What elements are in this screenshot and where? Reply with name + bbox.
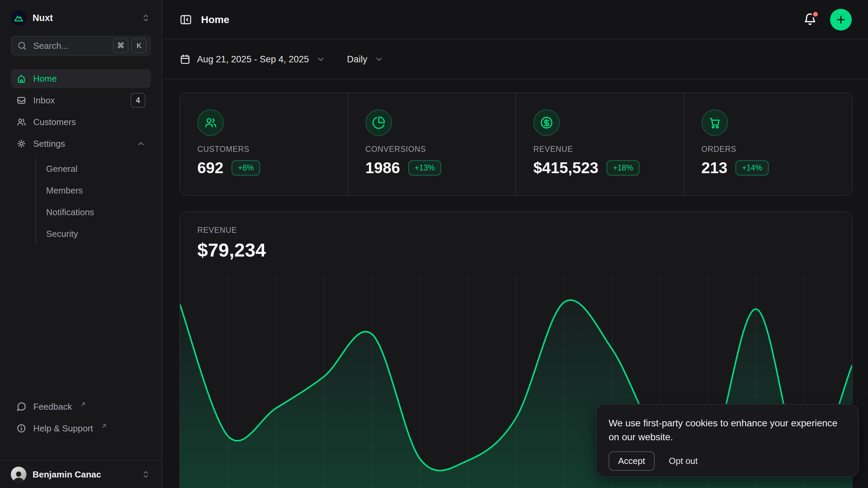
- kbd-k: K: [131, 38, 147, 53]
- notifications-button[interactable]: [803, 12, 817, 27]
- granularity-select[interactable]: Daily: [347, 54, 383, 65]
- stat-label: REVENUE: [533, 145, 684, 154]
- pie-chart-icon: [372, 116, 386, 129]
- page-header: Home: [163, 0, 868, 40]
- stat-label: CONVERSIONS: [366, 145, 516, 154]
- sidebar-item-members[interactable]: Members: [46, 180, 140, 201]
- app-root: Nuxt Search... ⌘ K Home: [0, 0, 868, 488]
- sidebar-footer: Feedback Help & Support: [11, 397, 151, 438]
- granularity-label: Daily: [347, 54, 367, 65]
- sidebar-item-help-support[interactable]: Help & Support: [11, 419, 151, 438]
- kbd-meta: ⌘: [113, 38, 129, 53]
- calendar-icon: [179, 54, 191, 65]
- users-icon: [204, 116, 217, 129]
- page-title: Home: [201, 14, 229, 25]
- stat-delta-badge: +6%: [232, 160, 260, 176]
- notification-dot: [812, 11, 819, 18]
- opt-out-button[interactable]: Opt out: [669, 456, 698, 466]
- sidebar-item-label: Help & Support: [33, 423, 93, 434]
- sidebar-item-customers[interactable]: Customers: [11, 113, 151, 131]
- chevron-down-icon: [375, 55, 383, 64]
- sidebar-item-label: Settings: [33, 139, 130, 149]
- stat-orders: ORDERS 213 +14%: [684, 93, 852, 195]
- stat-revenue: REVENUE $415,523 +18%: [516, 93, 684, 195]
- users-icon: [16, 117, 26, 127]
- add-button[interactable]: [830, 9, 852, 30]
- stat-value: 692: [197, 159, 223, 177]
- selector-icon: [141, 13, 151, 23]
- search-placeholder: Search...: [33, 41, 107, 51]
- inbox-count-badge: 4: [131, 93, 145, 108]
- revenue-panel-label: REVENUE: [197, 226, 852, 235]
- sidebar-item-settings[interactable]: Settings: [11, 134, 151, 153]
- stat-conversions: CONVERSIONS 1986 +13%: [348, 93, 516, 195]
- stat-value: $415,523: [533, 159, 598, 177]
- selector-icon: [141, 469, 151, 480]
- gear-icon: [16, 139, 26, 149]
- accept-button[interactable]: Accept: [609, 451, 655, 471]
- sidebar-item-label: Customers: [33, 117, 145, 127]
- filters-toolbar: Aug 21, 2025 - Sep 4, 2025 Daily: [163, 40, 868, 80]
- stat-customers: CUSTOMERS 692 +6%: [180, 93, 348, 195]
- home-icon: [16, 74, 26, 84]
- collapse-sidebar-icon[interactable]: [179, 13, 192, 26]
- sidebar: Nuxt Search... ⌘ K Home: [0, 0, 162, 488]
- shopping-cart-icon: [708, 116, 722, 129]
- sidebar-item-general[interactable]: General: [46, 158, 140, 180]
- sidebar-item-label: Inbox: [33, 95, 124, 106]
- stats-card: CUSTOMERS 692 +6% CONVERSIONS 1986: [179, 93, 853, 196]
- stat-delta-badge: +14%: [735, 160, 768, 176]
- settings-subnav: General Members Notifications Security: [35, 158, 140, 245]
- stat-delta-badge: +18%: [607, 160, 639, 176]
- search-icon: [17, 41, 27, 51]
- workspace-switcher[interactable]: Nuxt: [0, 0, 162, 28]
- user-name: Benjamin Canac: [33, 469, 135, 480]
- stat-label: CUSTOMERS: [197, 145, 348, 154]
- stat-value: 1986: [366, 159, 400, 177]
- sidebar-item-label: Feedback: [33, 402, 72, 412]
- cookie-banner: We use first-party cookies to enhance yo…: [596, 404, 859, 477]
- stat-value: 213: [702, 159, 728, 177]
- info-circle-icon: [16, 423, 26, 433]
- inbox-icon: [16, 95, 26, 105]
- avatar: [11, 467, 26, 482]
- sidebar-nav: Home Inbox 4 Customers Settings: [11, 69, 151, 245]
- chevron-up-icon: [137, 139, 145, 148]
- search-input[interactable]: Search... ⌘ K: [11, 36, 151, 56]
- circle-dollar-icon: [540, 116, 553, 129]
- sidebar-item-inbox[interactable]: Inbox 4: [11, 91, 151, 110]
- stat-label: ORDERS: [702, 145, 852, 154]
- nuxt-logo-icon: [11, 10, 26, 26]
- sidebar-item-label: Home: [33, 74, 145, 84]
- chevron-down-icon: [316, 55, 325, 64]
- user-menu[interactable]: Benjamin Canac: [0, 460, 162, 488]
- date-range-label: Aug 21, 2025 - Sep 4, 2025: [197, 54, 309, 65]
- external-link-icon: [80, 401, 86, 407]
- message-circle-icon: [16, 402, 26, 412]
- sidebar-item-notifications[interactable]: Notifications: [46, 201, 140, 223]
- stat-delta-badge: +13%: [408, 160, 441, 176]
- sidebar-item-security[interactable]: Security: [46, 223, 140, 245]
- brand-name: Nuxt: [33, 13, 135, 23]
- revenue-panel-value: $79,234: [197, 239, 852, 261]
- cookie-message: We use first-party cookies to enhance yo…: [609, 416, 846, 444]
- external-link-icon: [101, 423, 107, 429]
- plus-icon: [835, 14, 847, 25]
- sidebar-item-feedback[interactable]: Feedback: [11, 397, 151, 416]
- date-range-picker[interactable]: Aug 21, 2025 - Sep 4, 2025: [179, 54, 325, 65]
- sidebar-item-home[interactable]: Home: [11, 69, 151, 88]
